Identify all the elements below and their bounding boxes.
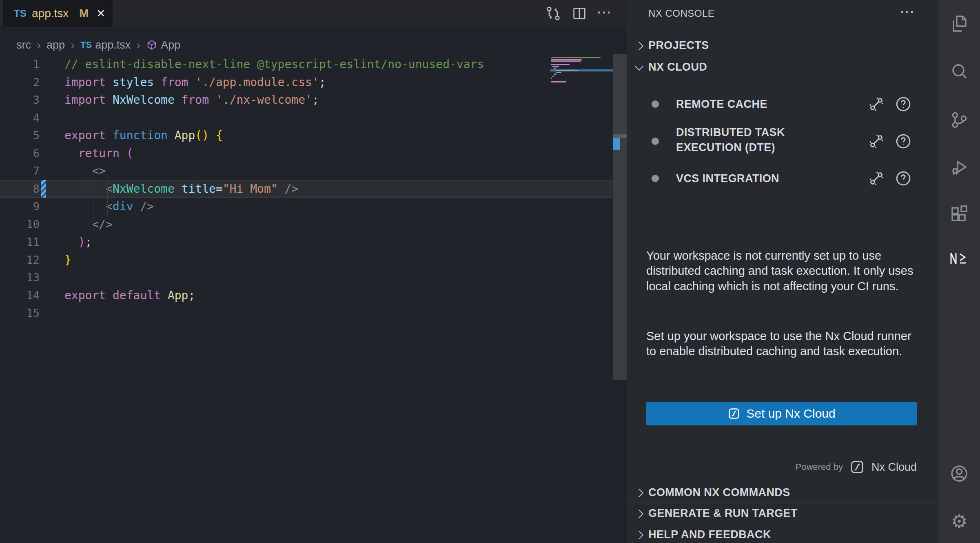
line-number: 10 bbox=[0, 216, 40, 234]
nx-console-icon[interactable] bbox=[949, 250, 969, 269]
code-text: </> bbox=[64, 216, 113, 234]
chevron-right-icon: › bbox=[136, 36, 140, 54]
breadcrumb: src › app › TS app.tsx › App bbox=[16, 36, 180, 54]
tab-filename: app.tsx bbox=[32, 0, 69, 27]
chevron-right-icon bbox=[635, 531, 643, 539]
code-line[interactable]: 2import styles from './app.module.css'; bbox=[0, 73, 613, 91]
code-line[interactable]: 5export function App() { bbox=[0, 127, 613, 145]
settings-gear-icon[interactable]: ⚙ bbox=[949, 512, 969, 531]
overview-ruler-marker bbox=[613, 138, 620, 150]
nx-cloud-item-label: REMOTE CACHE bbox=[676, 97, 807, 112]
code-text: <NxWelcome title="Hi Mom" /> bbox=[64, 180, 298, 198]
line-number: 7 bbox=[0, 162, 40, 180]
search-icon[interactable] bbox=[949, 62, 969, 82]
code-text: return ( bbox=[64, 145, 133, 162]
code-line[interactable]: 14export default App; bbox=[0, 287, 613, 305]
nx-cloud-brand-label[interactable]: Nx Cloud bbox=[871, 461, 917, 474]
editor-scrollbar[interactable] bbox=[613, 54, 627, 380]
account-icon[interactable] bbox=[949, 464, 969, 483]
source-control-icon[interactable] bbox=[949, 110, 969, 130]
help-icon[interactable] bbox=[895, 133, 911, 149]
line-number: 13 bbox=[0, 269, 40, 287]
minimap-line bbox=[552, 66, 559, 67]
explorer-icon[interactable] bbox=[949, 14, 969, 33]
section-common-nx-commands[interactable]: COMMON NX COMMANDS bbox=[627, 482, 938, 503]
powered-by: Powered by Nx Cloud bbox=[741, 457, 917, 477]
code-line[interactable]: 4 bbox=[0, 109, 613, 127]
modified-badge: M bbox=[79, 0, 89, 27]
code-line[interactable]: 12} bbox=[0, 251, 613, 269]
line-number: 9 bbox=[0, 198, 40, 216]
line-number: 1 bbox=[0, 56, 40, 73]
minimap[interactable] bbox=[550, 56, 613, 93]
minimap-line bbox=[551, 64, 570, 65]
line-number: 6 bbox=[0, 145, 40, 162]
code-line[interactable]: 11 ); bbox=[0, 233, 613, 251]
connect-icon[interactable] bbox=[868, 170, 885, 187]
code-text: export default App; bbox=[64, 287, 195, 305]
code-line[interactable]: 15 bbox=[0, 304, 613, 322]
section-projects[interactable]: PROJECTS bbox=[627, 35, 938, 56]
code-line[interactable]: 13 bbox=[0, 269, 613, 287]
line-number: 12 bbox=[0, 251, 40, 269]
close-icon[interactable]: ✕ bbox=[96, 0, 106, 27]
code-line[interactable]: 10 </> bbox=[0, 216, 613, 234]
section-projects-label: PROJECTS bbox=[648, 35, 709, 56]
connect-icon[interactable] bbox=[868, 133, 885, 149]
minimap-line bbox=[556, 70, 579, 71]
indent-guide bbox=[107, 180, 108, 216]
minimap-line bbox=[551, 59, 582, 60]
code-line[interactable]: 7 <> bbox=[0, 162, 613, 180]
connect-icon[interactable] bbox=[868, 96, 885, 112]
code-text: } bbox=[64, 251, 71, 269]
line-number: 4 bbox=[0, 109, 40, 127]
setup-hint-text: Set up your workspace to use the Nx Clou… bbox=[646, 329, 919, 359]
minimap-line bbox=[551, 78, 552, 79]
help-icon[interactable] bbox=[895, 170, 911, 187]
nx-cloud-item-label: VCS INTEGRATION bbox=[676, 171, 807, 186]
nx-cloud-item-label: DISTRIBUTED TASK EXECUTION (DTE) bbox=[676, 125, 807, 155]
nx-cloud-icon bbox=[727, 407, 741, 420]
breadcrumb-symbol[interactable]: App bbox=[146, 36, 180, 54]
line-number: 11 bbox=[0, 233, 40, 251]
section-nx-cloud[interactable]: NX CLOUD bbox=[627, 57, 938, 77]
section-help-and-feedback[interactable]: HELP AND FEEDBACK bbox=[627, 524, 938, 543]
line-number: 8 bbox=[0, 180, 40, 198]
split-editor-icon[interactable] bbox=[571, 5, 588, 22]
nx-cloud-icon[interactable] bbox=[849, 459, 865, 475]
more-actions-icon[interactable]: ⋯ bbox=[596, 0, 611, 27]
section-nx-cloud-label: NX CLOUD bbox=[648, 57, 707, 77]
breadcrumb-src[interactable]: src bbox=[16, 36, 31, 54]
setup-nx-cloud-button[interactable]: Set up Nx Cloud bbox=[646, 402, 917, 425]
run-debug-icon[interactable] bbox=[949, 158, 969, 177]
section-label: HELP AND FEEDBACK bbox=[648, 524, 771, 543]
status-dot-icon bbox=[652, 138, 659, 145]
minimap-line bbox=[554, 68, 556, 69]
breadcrumb-file[interactable]: TS app.tsx bbox=[80, 36, 131, 54]
setup-nx-cloud-button-label: Set up Nx Cloud bbox=[746, 407, 835, 421]
line-number: 3 bbox=[0, 91, 40, 109]
section-label: GENERATE & RUN TARGET bbox=[648, 503, 798, 523]
divider bbox=[646, 219, 918, 219]
breadcrumb-symbol-label: App bbox=[161, 36, 180, 54]
scrollbar-thumb[interactable] bbox=[613, 134, 627, 138]
nx-cloud-item: REMOTE CACHE bbox=[627, 94, 938, 114]
code-line[interactable]: 8 <NxWelcome title="Hi Mom" /> bbox=[0, 180, 613, 198]
workspace-status-text: Your workspace is not currently set up t… bbox=[646, 248, 919, 294]
section-generate-run-target[interactable]: GENERATE & RUN TARGET bbox=[627, 503, 938, 523]
code-line[interactable]: 1// eslint-disable-next-line @typescript… bbox=[0, 56, 613, 73]
open-changes-icon[interactable] bbox=[545, 5, 561, 22]
tab-app-tsx[interactable]: TS app.tsx M ✕ bbox=[3, 0, 113, 27]
code-line[interactable]: 3import NxWelcome from './nx-welcome'; bbox=[0, 91, 613, 109]
typescript-file-icon: TS bbox=[80, 36, 92, 54]
help-icon[interactable] bbox=[895, 96, 911, 112]
code-line[interactable]: 9 <div /> bbox=[0, 198, 613, 216]
extensions-icon[interactable] bbox=[949, 204, 969, 223]
minimap-line bbox=[552, 76, 554, 77]
powered-by-label: Powered by bbox=[796, 462, 843, 472]
minimap-line bbox=[551, 60, 581, 62]
panel-title: NX CONSOLE bbox=[648, 0, 714, 27]
breadcrumb-app[interactable]: app bbox=[47, 36, 65, 54]
code-line[interactable]: 6 return ( bbox=[0, 145, 613, 162]
panel-more-actions-icon[interactable]: ⋯ bbox=[900, 0, 914, 27]
